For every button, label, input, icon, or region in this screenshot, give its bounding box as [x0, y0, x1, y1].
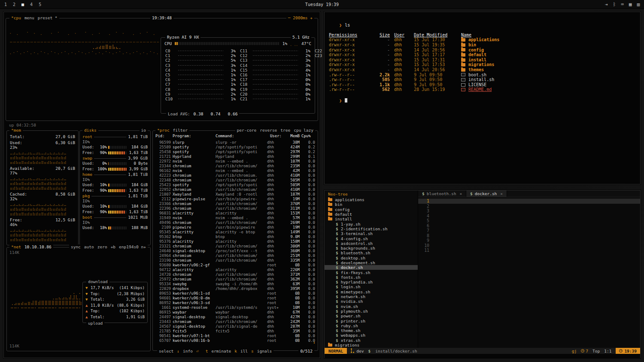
- process-row[interactable]: 24497 signal-desktop signal-desktop dhh …: [155, 315, 315, 320]
- code-area[interactable]: 1 yay -S --noconfirm --needed docker doc…: [418, 197, 640, 253]
- close-icon[interactable]: ×: [459, 191, 462, 196]
- process-row[interactable]: 95376 alacritty alacritty dhh 158M 0.0: [155, 239, 315, 244]
- process-column-header[interactable]: User:: [267, 134, 282, 138]
- neotree-item[interactable]: $ asdcontrol.sh: [325, 241, 418, 246]
- neotree-item[interactable]: $ applications: [325, 197, 418, 202]
- process-action-key[interactable]: t: [206, 349, 208, 353]
- disks-toggle[interactable]: disks: [84, 128, 97, 133]
- process-row[interactable]: 23366 chromium /usr/lib/chromium/ dhh 37…: [155, 202, 315, 206]
- process-action-key[interactable]: ↓: [177, 349, 179, 353]
- process-row[interactable]: 25972 chromium /usr/lib/chromium/ dhh 36…: [155, 277, 315, 282]
- neotree-item[interactable]: $ 2-identification.sh: [325, 226, 418, 231]
- process-action-key[interactable]: info: [183, 349, 193, 353]
- process-row[interactable]: 23443 chromium /usr/lib/chromium/ dhh 24…: [155, 320, 315, 324]
- process-action-key[interactable]: select: [159, 349, 173, 353]
- workspace-indicator[interactable]: 5: [39, 2, 41, 7]
- process-row[interactable]: 24567 signal-desktop /usr/lib/signal-de …: [155, 324, 315, 329]
- process-row[interactable]: 24964 chromium /usr/lib/chromium/ dhh 25…: [155, 253, 315, 258]
- neotree-item[interactable]: $ docker.sh: [325, 265, 418, 270]
- neotree-panel[interactable]: Neo-tree $ applications $ bin $: [325, 190, 418, 348]
- neotree-item[interactable]: $ network.sh: [325, 294, 418, 299]
- process-row[interactable]: 25458 spotify /opt/spotify/spoti dhh 297…: [155, 150, 315, 154]
- net-option-toggle[interactable]: enp194s0 n+: [119, 244, 146, 249]
- process-row[interactable]: 96162 nvim nvim --embed . dhh 42M 0.0: [155, 169, 315, 173]
- process-row[interactable]: 94601 kworker/u96:0-dm root 0B 0.0: [155, 296, 315, 301]
- process-column-header[interactable]: Command:: [216, 134, 265, 138]
- net-toggle[interactable]: *net: [11, 244, 21, 249]
- process-row[interactable]: 25589 spotify /opt/spotify/spoti dhh 424…: [155, 145, 315, 150]
- net-option-toggle[interactable]: +b: [111, 244, 115, 249]
- cpu-toggle[interactable]: *cpu: [11, 15, 21, 20]
- neotree-item[interactable]: $ backgrounds.sh: [325, 246, 418, 250]
- terminal-window[interactable]: ❯ls Permissions Size User Date Modified …: [324, 12, 641, 184]
- net-option-toggle[interactable]: auto: [84, 244, 94, 249]
- neotree-item[interactable]: $ 4-config.sh: [325, 236, 418, 241]
- process-row[interactable]: 86915 waybar waybar dhh 67M 0.0: [155, 310, 315, 315]
- neotree-item[interactable]: $ login.sh: [325, 284, 418, 289]
- process-column-header[interactable]: Cpu%: [301, 134, 315, 138]
- neotree-item[interactable]: $ nvim.sh: [325, 304, 418, 309]
- keyboard-icon[interactable]: ⌨: [621, 2, 624, 7]
- neotree-item[interactable]: $ xtras.sh: [325, 338, 418, 343]
- neotree-item[interactable]: $ fonts.sh: [325, 275, 418, 280]
- process-row[interactable]: 42223 chromium /usr/lib/chromium. dhh 41…: [155, 173, 315, 178]
- process-row[interactable]: 22348 chromium /usr/lib/chromium/ dhh 50…: [155, 178, 315, 183]
- neotree-item[interactable]: $ bluetooth.sh: [325, 250, 418, 255]
- process-row[interactable]: 96031 alacritty alacritty dhh 151M 0.0: [155, 211, 315, 216]
- neotree-item[interactable]: $ install: [325, 217, 418, 221]
- process-row[interactable]: 31949 nvim nvim --embed . dhh 57M 0.0: [155, 216, 315, 220]
- process-row[interactable]: 2109 pipewire /usr/bin/pipewire dhh 19M …: [155, 225, 315, 230]
- command-line[interactable]: [325, 354, 640, 359]
- proc-option-toggle[interactable]: tree: [280, 128, 290, 133]
- net-option-toggle[interactable]: sync: [71, 244, 81, 249]
- process-table[interactable]: 96599 slurp slurp -or dhh 38M 0.0 25589 …: [155, 140, 315, 344]
- editor-pane[interactable]: $ bluetooth.sh × $ docker.sh × 1 yay -S: [418, 190, 640, 348]
- neotree-item[interactable]: $ desktop.sh: [325, 256, 418, 260]
- neotree-item[interactable]: $ printer.sh: [325, 318, 418, 323]
- logout-icon[interactable]: ⇥: [605, 2, 608, 7]
- process-row[interactable]: 90541 kworker/u97:1-bt root 0B 0.0: [155, 334, 315, 338]
- menu-button[interactable]: menu: [24, 15, 34, 20]
- process-row[interactable]: 23344 chromium /usr/lib/chromium/ dhh 23…: [155, 164, 315, 169]
- process-column-header[interactable]: Program:: [173, 134, 214, 138]
- proc-option-toggle[interactable]: per-core: [237, 128, 257, 133]
- neotree-item[interactable]: $ 1-yay.sh: [325, 221, 418, 226]
- process-row[interactable]: 1661 systemd-resolve /usr/lib/systemd/s …: [155, 305, 315, 310]
- process-row[interactable]: 24640 signal-desktop /proc/self/exe --t …: [155, 249, 315, 253]
- process-action-key[interactable]: erminate: [211, 349, 231, 353]
- process-action-key[interactable]: ill: [240, 349, 248, 353]
- neotree-item[interactable]: $ development.sh: [325, 260, 418, 265]
- workspace-indicator[interactable]: ■: [21, 2, 24, 7]
- process-row[interactable]: 49496 chromium /usr/lib/chromium/ dhh 26…: [155, 220, 315, 225]
- process-row[interactable]: 22952 chromium /usr/lib/chromium/ dhh 41…: [155, 187, 315, 192]
- neotree-item[interactable]: $ theme.sh: [325, 328, 418, 333]
- process-row[interactable]: 89653 kworker/u96:1-sd root 0B 0.0: [155, 291, 315, 296]
- process-action-key[interactable]: k: [234, 349, 237, 353]
- process-row[interactable]: 65707 kworker/u98:16-b root 0B 0.0: [155, 338, 315, 343]
- process-row[interactable]: 94712 alacritty alacritty dhh 226M 0.0: [155, 268, 315, 272]
- filter-button[interactable]: filter: [173, 128, 188, 133]
- bluetooth-icon[interactable]: ᛒ: [613, 2, 616, 7]
- process-row[interactable]: 22972 nvim nvim --embed . dhh 107M 0.0: [155, 159, 315, 164]
- mem-toggle[interactable]: *mem: [11, 128, 21, 133]
- proc-option-toggle[interactable]: reverse: [260, 128, 277, 133]
- process-row[interactable]: 2112 pipewire-pulse /usr/bin/pipewire- d…: [155, 197, 315, 202]
- workspace-indicator[interactable]: 1: [4, 2, 7, 7]
- proc-option-toggle[interactable]: cpu lazy: [294, 128, 313, 133]
- buffer-tab[interactable]: $ bluetooth.sh ×: [418, 190, 466, 197]
- process-row[interactable]: 25423 spotify /opt/spotify/spoti dhh 505…: [155, 183, 315, 187]
- process-row[interactable]: 93680 kworker/u96:2-gf root 0B 0.0: [155, 263, 315, 268]
- neotree-item[interactable]: $ nvidia.sh: [325, 299, 418, 304]
- neotree-item[interactable]: $ power.sh: [325, 314, 418, 318]
- neotree-item[interactable]: $ mimetypes.sh: [325, 290, 418, 294]
- process-row[interactable]: 21807 Xwayland Xwayland :0 -rootl dhh 18…: [155, 192, 315, 197]
- proc-toggle[interactable]: *proc: [157, 128, 170, 133]
- process-row[interactable]: 23190 chromium /usr/lib/chromium/ dhh 33…: [155, 258, 315, 263]
- process-row[interactable]: 86952 kworker/u96:3-sd root 0B 0.0: [155, 301, 315, 305]
- neotree-item[interactable]: $ default: [325, 212, 418, 217]
- process-row[interactable]: 22396 chromium /usr/lib/chromium/ dhh 31…: [155, 206, 315, 211]
- process-row[interactable]: 95334 swaybg swaybg -i /home/dh dhh 63M …: [155, 282, 315, 287]
- grid-icon[interactable]: ▦: [629, 2, 632, 7]
- neotree-item[interactable]: $ ruby.sh: [325, 323, 418, 328]
- process-row[interactable]: 22029 dropbox /home/dhh/.dropbox dhh 395…: [155, 287, 315, 291]
